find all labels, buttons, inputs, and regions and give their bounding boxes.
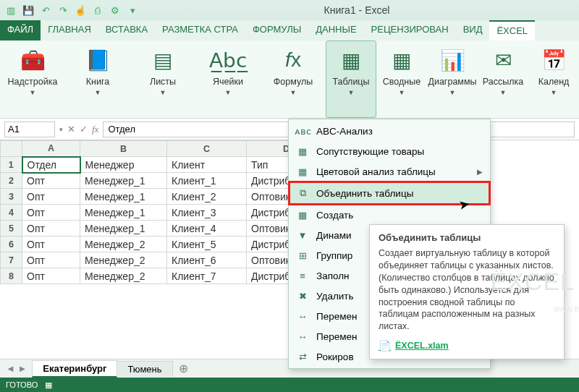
ribbon-ячейки-button[interactable]: A̲b̲c̲ Ячейки▼ bbox=[195, 41, 261, 118]
row-header-5[interactable]: 5 bbox=[1, 221, 22, 237]
cell-B4[interactable]: Менеджер_1 bbox=[80, 205, 167, 221]
menu-item-label: Цветовой анализ таблицы bbox=[316, 166, 470, 177]
cell-B7[interactable]: Менеджер_2 bbox=[80, 252, 167, 268]
menu-item-color[interactable]: ▦ Цветовой анализ таблицы ▶ bbox=[289, 161, 490, 182]
save-icon[interactable]: 💾 bbox=[22, 4, 35, 17]
tab-file[interactable]: ФАЙЛ bbox=[0, 20, 41, 41]
fx-icon: fx bbox=[279, 47, 308, 73]
excel-icon: ▥ bbox=[4, 4, 17, 17]
options-icon[interactable]: ⚙ bbox=[109, 4, 122, 17]
cell-B3[interactable]: Менеджер_1 bbox=[80, 189, 167, 205]
tab-home[interactable]: ГЛАВНАЯ bbox=[41, 20, 98, 41]
row-header-4[interactable]: 4 bbox=[1, 205, 22, 221]
ribbon-label: Надстройка▼ bbox=[8, 77, 58, 98]
tab-page-layout[interactable]: РАЗМЕТКА СТРА bbox=[155, 20, 245, 41]
macro-record-icon[interactable]: ▦ bbox=[45, 380, 52, 390]
row-header-3[interactable]: 3 bbox=[1, 189, 22, 205]
tab-data[interactable]: ДАННЫЕ bbox=[308, 20, 363, 41]
ribbon-label: Диаграммы▼ bbox=[428, 77, 476, 98]
cell-B6[interactable]: Менеджер_2 bbox=[80, 237, 167, 252]
ribbon-листы-button[interactable]: ▤ Листы▼ bbox=[130, 41, 195, 118]
cell-A5[interactable]: Опт bbox=[22, 221, 80, 237]
ribbon: 🧰 Надстройка▼📘 Книга▼▤ Листы▼A̲b̲c̲ Ячей… bbox=[0, 41, 579, 119]
table-icon: ▦ bbox=[337, 47, 365, 73]
related-icon: ▦ bbox=[296, 145, 309, 158]
menu-item-merge[interactable]: ⧉ Объединить таблицы bbox=[288, 181, 491, 205]
row-header-7[interactable]: 7 bbox=[1, 252, 22, 268]
cell-C2[interactable]: Клиент_1 bbox=[167, 173, 247, 189]
sheet-add-button[interactable]: ⊕ bbox=[173, 362, 194, 375]
tooltip: Объединить таблицы Создает виртуальную т… bbox=[369, 224, 565, 359]
redo-icon[interactable]: ↷ bbox=[56, 4, 69, 17]
col-header-C[interactable]: C bbox=[167, 141, 247, 157]
qat-dropdown-icon[interactable]: ▾ bbox=[126, 4, 139, 17]
cell-A8[interactable]: Опт bbox=[22, 268, 80, 284]
merge-icon: ⧉ bbox=[296, 187, 309, 200]
touch-icon[interactable]: ☝ bbox=[74, 4, 87, 17]
ribbon-надстройка-button[interactable]: 🧰 Надстройка▼ bbox=[0, 41, 65, 118]
menu-item-label: Объединить таблицы bbox=[316, 188, 483, 199]
row-header-2[interactable]: 2 bbox=[1, 173, 22, 189]
cell-C8[interactable]: Клиент_7 bbox=[167, 268, 247, 284]
tooltip-title: Объединить таблицы bbox=[379, 232, 555, 243]
sheet-nav[interactable]: ◄ ► bbox=[0, 363, 33, 374]
pivot-icon: ▦ bbox=[387, 47, 416, 73]
ribbon-label: Книга▼ bbox=[86, 77, 109, 98]
calendar-icon: 📅 bbox=[539, 47, 568, 73]
cell-A7[interactable]: Опт bbox=[22, 252, 80, 268]
ribbon-книга-button[interactable]: 📘 Книга▼ bbox=[65, 41, 130, 118]
tab-excel-addon[interactable]: ËXCEL bbox=[489, 20, 535, 41]
cell-C5[interactable]: Клиент_4 bbox=[167, 221, 247, 237]
sheet-tab-active[interactable]: Екатеринбург bbox=[32, 360, 117, 378]
ribbon-label: Формулы▼ bbox=[274, 77, 313, 98]
row-header-6[interactable]: 6 bbox=[1, 237, 22, 252]
name-box[interactable] bbox=[4, 122, 55, 137]
row-header-1[interactable]: 1 bbox=[1, 157, 22, 173]
col-header-A[interactable]: A bbox=[22, 141, 80, 157]
cell-A1[interactable]: Отдел bbox=[22, 157, 80, 173]
tooltip-file-link[interactable]: 📄 ËXCEL.xlam bbox=[379, 340, 555, 351]
cell-C7[interactable]: Клиент_6 bbox=[167, 252, 247, 268]
cell-B5[interactable]: Менеджер_1 bbox=[80, 221, 167, 237]
undo-icon[interactable]: ↶ bbox=[39, 4, 52, 17]
cell-B2[interactable]: Менеджер_1 bbox=[80, 173, 167, 189]
cell-C4[interactable]: Клиент_3 bbox=[167, 205, 247, 221]
app-title: Книга1 - Excel bbox=[139, 4, 575, 16]
sheet-tab-other[interactable]: Тюмень bbox=[117, 361, 172, 377]
fill-icon: ≡ bbox=[296, 269, 309, 282]
print-icon[interactable]: ⎙ bbox=[91, 4, 104, 17]
submenu-arrow-icon: ▶ bbox=[477, 168, 483, 176]
ribbon-label: Таблицы▼ bbox=[332, 77, 369, 98]
cell-B8[interactable]: Менеджер_2 bbox=[80, 268, 167, 284]
cell-C1[interactable]: Клиент bbox=[167, 157, 247, 173]
select-all-corner[interactable] bbox=[1, 141, 22, 157]
cell-C3[interactable]: Клиент_2 bbox=[167, 189, 247, 205]
cell-A3[interactable]: Опт bbox=[22, 189, 80, 205]
cell-A4[interactable]: Опт bbox=[22, 205, 80, 221]
ribbon-таблицы-button[interactable]: ▦ Таблицы▼ bbox=[326, 41, 376, 118]
quick-access-toolbar: ▥ 💾 ↶ ↷ ☝ ⎙ ⚙ ▾ bbox=[4, 4, 139, 17]
menu-item-abc[interactable]: ᴀʙᴄ ABC-Анализ bbox=[289, 121, 490, 141]
menu-item-create[interactable]: ▦ Создать bbox=[289, 205, 490, 225]
menu-item-related[interactable]: ▦ Сопутствующие товары bbox=[289, 141, 490, 161]
ribbon-календ-button[interactable]: 📅 Календ▼ bbox=[528, 41, 579, 118]
ribbon-формулы-button[interactable]: fx Формулы▼ bbox=[261, 41, 326, 118]
cancel-icon[interactable]: ✕ bbox=[67, 124, 75, 135]
tab-formulas[interactable]: ФОРМУЛЫ bbox=[245, 20, 308, 41]
tab-view[interactable]: ВИД bbox=[456, 20, 490, 41]
cell-A2[interactable]: Опт bbox=[22, 173, 80, 189]
cell-A6[interactable]: Опт bbox=[22, 237, 80, 252]
ribbon-рассылка-button[interactable]: ✉ Рассылка▼ bbox=[478, 41, 528, 118]
tab-review[interactable]: РЕЦЕНЗИРОВАН bbox=[364, 20, 456, 41]
cell-B1[interactable]: Менеджер bbox=[80, 157, 167, 173]
ribbon-label: Рассылка▼ bbox=[483, 77, 523, 98]
tab-insert[interactable]: ВСТАВКА bbox=[98, 20, 155, 41]
row-header-8[interactable]: 8 bbox=[1, 268, 22, 284]
menu-item-label: Создать bbox=[316, 210, 483, 221]
enter-icon[interactable]: ✓ bbox=[80, 124, 88, 135]
ribbon-диаграммы-button[interactable]: 📊 Диаграммы▼ bbox=[427, 41, 478, 118]
ribbon-сводные-button[interactable]: ▦ Сводные▼ bbox=[376, 41, 427, 118]
fx-icon[interactable]: fx bbox=[92, 124, 98, 135]
col-header-B[interactable]: B bbox=[80, 141, 167, 157]
cell-C6[interactable]: Клиент_5 bbox=[167, 237, 247, 252]
